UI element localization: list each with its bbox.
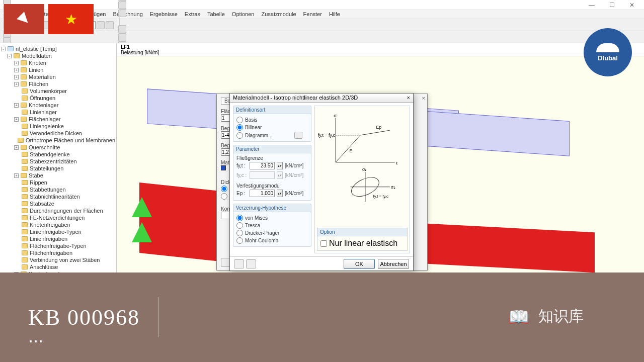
- menu-berechnung[interactable]: Berechnung: [113, 11, 142, 18]
- tree-label: Linienfreigaben: [30, 236, 67, 242]
- folder-icon: [22, 229, 28, 234]
- menu-zusatzmodule[interactable]: Zusatzmodule: [262, 11, 296, 18]
- radio-diagram[interactable]: Diagramm...: [236, 131, 308, 139]
- tree-item[interactable]: Verbindung von zwei Stäben: [1, 256, 115, 263]
- tree-item[interactable]: Liniengelenke: [1, 123, 115, 130]
- group-header: Parameter: [233, 145, 311, 153]
- help-icon[interactable]: [234, 259, 244, 268]
- expand-icon[interactable]: +: [14, 68, 19, 72]
- expand-icon[interactable]: +: [14, 173, 19, 178]
- toolbar-icon[interactable]: [118, 25, 126, 33]
- tree-item[interactable]: Rippen: [1, 179, 115, 186]
- tree-label: Öffnungen: [30, 95, 55, 101]
- tree-item[interactable]: Veränderliche Dicken: [1, 130, 115, 137]
- tree-item[interactable]: Linienlager: [1, 109, 115, 116]
- toolbar-icon[interactable]: [118, 9, 126, 17]
- expand-icon[interactable]: +: [14, 103, 19, 108]
- folder-icon: [22, 96, 28, 101]
- tree-label: Veränderliche Dicken: [30, 130, 82, 136]
- tree-item[interactable]: Linienfreigabe-Typen: [1, 228, 115, 235]
- toolbar-icon[interactable]: [97, 21, 105, 29]
- spinner-icon[interactable]: ▴▾: [277, 162, 283, 169]
- group-header: Verzerrung-Hypothese: [233, 204, 311, 212]
- tree-root[interactable]: - nl_elastic [Temp]: [1, 45, 115, 52]
- tree-item[interactable]: Stabbettungen: [1, 186, 115, 193]
- menu-hilfe[interactable]: Hilfe: [329, 11, 340, 18]
- menu-extras[interactable]: Extras: [185, 11, 200, 18]
- radio-basis[interactable]: Basis: [236, 116, 308, 124]
- tree-item[interactable]: -Modelldaten: [1, 52, 115, 59]
- max-button[interactable]: ☐: [602, 2, 622, 9]
- tree-item[interactable]: Stabnichtlinearitäten: [1, 193, 115, 200]
- tree-item[interactable]: Stabexzentrizitäten: [1, 158, 115, 165]
- ep-symbol: Ep :: [236, 191, 248, 196]
- tree-item[interactable]: Linienfreigaben: [1, 235, 115, 242]
- tree-label: Stabexzentrizitäten: [30, 158, 77, 164]
- toolbar-icon[interactable]: [118, 33, 126, 41]
- radio-mohr-coulomb[interactable]: Mohr-Coulomb: [236, 237, 308, 244]
- diagram-edit-icon[interactable]: [294, 132, 302, 139]
- tree-item[interactable]: +Flächen: [1, 80, 115, 87]
- tree-label: Flächenfreigaben: [30, 250, 72, 256]
- fyt-input[interactable]: [250, 162, 275, 169]
- svg-text:Ep: Ep: [376, 125, 381, 130]
- tree-item[interactable]: +Querschnitte: [1, 144, 115, 151]
- tree-item[interactable]: Stabendgelenke: [1, 151, 115, 158]
- tree-label: Anschlüsse: [30, 264, 58, 270]
- tree-item[interactable]: Flächenfreigabe-Typen: [1, 242, 115, 249]
- min-button[interactable]: —: [582, 2, 602, 9]
- expand-icon[interactable]: -: [1, 47, 6, 51]
- expand-icon[interactable]: +: [14, 145, 19, 150]
- close-icon[interactable]: ×: [407, 95, 410, 101]
- unit-label: [kN/cm²]: [285, 163, 303, 168]
- tree-item[interactable]: Orthotrope Flächen und Membranen: [1, 137, 115, 144]
- tree-item[interactable]: +Knoten: [1, 59, 115, 66]
- ok-button[interactable]: OK: [344, 259, 375, 269]
- menu-ergebnisse[interactable]: Ergebnisse: [150, 11, 178, 18]
- menu-fenster[interactable]: Fenster: [303, 11, 322, 18]
- folder-icon: [22, 250, 28, 255]
- radio-bilinear[interactable]: Bilinear: [236, 124, 308, 131]
- tree-item[interactable]: Anschlüsse: [1, 263, 115, 270]
- tree-item[interactable]: Flächenfreigaben: [1, 249, 115, 256]
- tree-item[interactable]: +Flächenlager: [1, 116, 115, 123]
- folder-icon: [22, 187, 28, 192]
- spinner-icon[interactable]: ▴▾: [277, 190, 283, 197]
- menu-optionen[interactable]: Optionen: [232, 11, 255, 18]
- folder-icon: [14, 53, 20, 58]
- tree-item[interactable]: +Linien: [1, 66, 115, 73]
- collapse-icon[interactable]: -: [7, 54, 12, 58]
- tree-item[interactable]: Durchdringungen der Flächen: [1, 207, 115, 214]
- tree-item[interactable]: Öffnungen: [1, 95, 115, 102]
- tree-item[interactable]: Volumenkörper: [1, 87, 115, 95]
- ep-input[interactable]: [250, 190, 275, 197]
- close-icon[interactable]: ×: [422, 95, 425, 101]
- toolbar-icon[interactable]: [118, 1, 126, 9]
- close-button[interactable]: ✕: [622, 2, 642, 9]
- tree-item[interactable]: Stabteilungen: [1, 165, 115, 172]
- radio-mises[interactable]: von Mises: [236, 214, 308, 222]
- expand-icon[interactable]: +: [14, 75, 19, 79]
- tree-item[interactable]: +Knotenlager: [1, 102, 115, 109]
- details-icon[interactable]: [246, 259, 256, 268]
- toolbar-icon: [119, 17, 120, 25]
- checkbox-linear-only[interactable]: Nur linear elastisch: [320, 238, 404, 248]
- tree-item[interactable]: Stabsätze: [1, 200, 115, 207]
- folder-icon: [22, 166, 28, 171]
- tree-label: Flächen: [29, 81, 48, 87]
- cancel-button[interactable]: Abbrechen: [378, 259, 409, 269]
- tree-item[interactable]: +Stäbe: [1, 172, 115, 179]
- toolbar-icon[interactable]: [106, 21, 114, 29]
- expand-icon[interactable]: +: [14, 82, 19, 86]
- tree-item[interactable]: +Materialien: [1, 73, 115, 80]
- tree-label: Stabendgelenke: [30, 151, 70, 157]
- expand-icon[interactable]: +: [14, 117, 19, 122]
- tree-item[interactable]: FE-Netzverdichtungen: [1, 214, 115, 221]
- tree-label: nl_elastic [Temp]: [16, 46, 57, 52]
- tree-item[interactable]: Knotenfreigaben: [1, 221, 115, 228]
- radio-tresca[interactable]: Tresca: [236, 222, 308, 229]
- radio-drucker-prager[interactable]: Drucker-Prager: [236, 229, 308, 237]
- expand-icon[interactable]: +: [14, 61, 19, 65]
- dialog-title: Materialmodell - Isotrop nichtlinear ela…: [233, 95, 358, 101]
- menu-tabelle[interactable]: Tabelle: [207, 11, 225, 18]
